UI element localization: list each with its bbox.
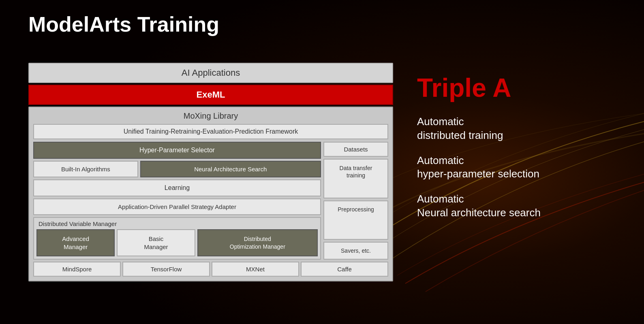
right-column: Datasets Data transfertraining Preproces…: [323, 142, 388, 260]
basic-manager: BasicManager: [117, 229, 195, 256]
distributed-optimization-manager: DistributedOptimization Manager: [197, 229, 318, 256]
learning-row: Learning: [33, 179, 321, 196]
framework-caffe: Caffe: [301, 262, 388, 277]
datasets-box: Datasets: [323, 142, 388, 157]
framework-row: MindSpore TensorFlow MXNet Caffe: [33, 262, 388, 277]
advanced-manager: AdvancedManager: [36, 229, 115, 256]
triple-a-title: Triple A: [417, 73, 620, 103]
moxing-library: MoXing Library Unified Training-Retraini…: [28, 107, 393, 281]
left-column: Hyper-Parameter Selector Built-In Algori…: [33, 142, 321, 260]
app-driven-adapter: Application-Driven Parallel Strategy Ada…: [33, 198, 321, 215]
exeml-row: ExeML: [28, 85, 393, 105]
ai-applications-row: AI Applications: [28, 63, 393, 83]
savers-box: Savers, etc.: [323, 242, 388, 260]
page-title: ModelArts Training: [28, 12, 219, 36]
dvm-inner: AdvancedManager BasicManager Distributed…: [36, 229, 318, 256]
framework-mindspore: MindSpore: [33, 262, 121, 277]
preprocessing-box: Preprocessing: [323, 200, 388, 240]
triple-a-section: Triple A Automaticdistributed training A…: [417, 73, 620, 231]
triple-a-item-3: AutomaticNeural architecture search: [417, 192, 620, 220]
triple-a-item-1: Automaticdistributed training: [417, 115, 620, 143]
dvm-section: Distributed Variable Manager AdvancedMan…: [33, 217, 321, 260]
data-transfer-box: Data transfertraining: [323, 159, 388, 198]
hyper-param-selector: Hyper-Parameter Selector: [33, 142, 321, 159]
dvm-title: Distributed Variable Manager: [36, 220, 318, 227]
neural-architecture-search: Neural Architecture Search: [140, 161, 321, 177]
framework-tensorflow: TensorFlow: [122, 262, 210, 277]
triple-a-item-2: Automatichyper-parameter selection: [417, 154, 620, 181]
built-in-algorithms: Built-In Algorithms: [33, 161, 138, 177]
unified-framework: Unified Training-Retraining-Evaluation-P…: [33, 124, 388, 139]
moxing-title: MoXing Library: [33, 111, 388, 121]
diagram-container: AI Applications ExeML MoXing Library Uni…: [28, 63, 393, 281]
algorithms-row: Built-In Algorithms Neural Architecture …: [33, 161, 321, 177]
framework-mxnet: MXNet: [212, 262, 299, 277]
